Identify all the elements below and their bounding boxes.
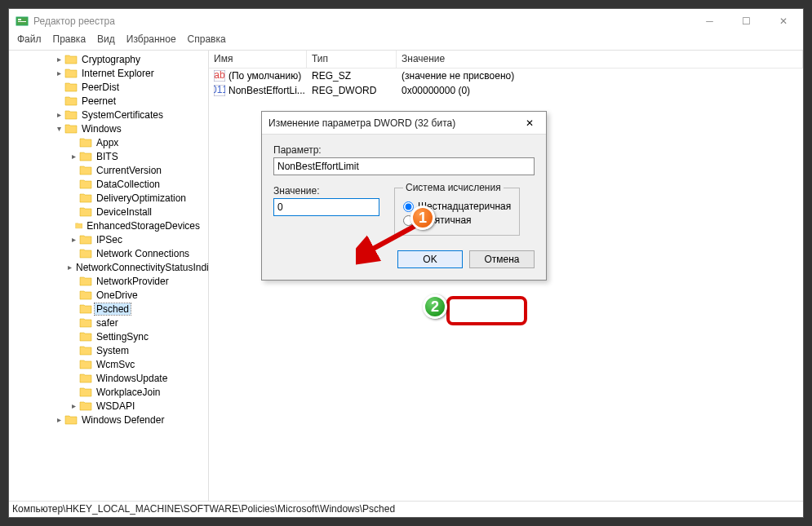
tree-item[interactable]: ▸WSDAPI bbox=[9, 399, 208, 413]
tree-item[interactable]: DeliveryOptimization bbox=[9, 191, 208, 205]
menu-edit[interactable]: Правка bbox=[53, 33, 87, 50]
value-name: NonBestEffortLi... bbox=[229, 85, 305, 96]
expander-icon[interactable]: ▸ bbox=[68, 152, 79, 161]
tree-item[interactable]: NetworkProvider bbox=[9, 274, 208, 288]
tree-item[interactable]: CurrentVersion bbox=[9, 163, 208, 177]
tree-item-label: System bbox=[95, 345, 131, 356]
param-input[interactable] bbox=[273, 157, 535, 175]
value-type-icon: ab bbox=[214, 70, 225, 82]
menu-favorites[interactable]: Избранное bbox=[126, 33, 176, 50]
tree-item[interactable]: Peernet bbox=[9, 94, 208, 108]
tree-item-label: Internet Explorer bbox=[80, 68, 156, 79]
annotation-badge-1: 1 bbox=[410, 206, 435, 230]
minimize-button[interactable]: ─ bbox=[691, 10, 728, 33]
expander-icon[interactable]: ▸ bbox=[68, 263, 72, 272]
window-controls: ─ ☐ ✕ bbox=[691, 10, 801, 33]
tree-item-label: OneDrive bbox=[95, 290, 140, 301]
tree-item[interactable]: ▸SystemCertificates bbox=[9, 108, 208, 122]
tree-item-label: WindowsUpdate bbox=[95, 373, 169, 384]
tree-item-label: safer bbox=[95, 317, 120, 329]
value-row[interactable]: ab(По умолчанию)REG_SZ(значение не присв… bbox=[209, 69, 803, 83]
tree-item[interactable]: safer bbox=[9, 316, 208, 329]
dialog-title: Изменение параметра DWORD (32 бита) bbox=[268, 117, 520, 129]
edit-dword-dialog: Изменение параметра DWORD (32 бита) ✕ Па… bbox=[261, 111, 547, 281]
tree-item[interactable]: Appx bbox=[9, 135, 208, 149]
dialog-close-button[interactable]: ✕ bbox=[520, 117, 539, 129]
tree-item[interactable]: ▾Windows bbox=[9, 122, 208, 135]
maximize-button[interactable]: ☐ bbox=[728, 10, 765, 33]
svg-line-7 bbox=[366, 223, 421, 253]
dialog-titlebar: Изменение параметра DWORD (32 бита) ✕ bbox=[262, 112, 546, 135]
tree-item[interactable]: System bbox=[9, 343, 208, 357]
tree-item-label: DeliveryOptimization bbox=[95, 192, 188, 204]
close-button[interactable]: ✕ bbox=[765, 10, 801, 33]
tree-item-label: SettingSync bbox=[95, 331, 150, 343]
value-data: 0x00000000 (0) bbox=[397, 85, 803, 96]
tree-item[interactable]: Psched bbox=[9, 302, 208, 316]
value-row[interactable]: 011NonBestEffortLi...REG_DWORD0x00000000… bbox=[209, 83, 803, 98]
tree-item[interactable]: ▸Cryptography bbox=[9, 52, 208, 66]
tree-item-label: PeerDist bbox=[80, 82, 121, 93]
content-area: ▸Cryptography▸Internet ExplorerPeerDistP… bbox=[9, 50, 803, 501]
tree-item-label: Network Connections bbox=[95, 248, 191, 259]
tree-item-label: WSDAPI bbox=[95, 400, 136, 412]
tree-item[interactable]: PeerDist bbox=[9, 80, 208, 94]
menu-view[interactable]: Вид bbox=[97, 33, 115, 50]
annotation-badge-2: 2 bbox=[423, 294, 447, 319]
menubar: Файл Правка Вид Избранное Справка bbox=[9, 33, 803, 50]
tree-item-label: SystemCertificates bbox=[80, 109, 165, 121]
svg-rect-1 bbox=[18, 19, 21, 20]
tree-item[interactable]: OneDrive bbox=[9, 288, 208, 302]
tree-item[interactable]: DeviceInstall bbox=[9, 205, 208, 219]
svg-text:011: 011 bbox=[214, 85, 225, 95]
value-name: (По умолчанию) bbox=[229, 70, 301, 82]
expander-icon[interactable]: ▸ bbox=[53, 55, 64, 64]
tree-item-label: Peernet bbox=[80, 95, 118, 107]
tree-item[interactable]: ▸BITS bbox=[9, 149, 208, 163]
app-icon bbox=[16, 15, 29, 28]
tree-item[interactable]: WorkplaceJoin bbox=[9, 385, 208, 399]
expander-icon[interactable]: ▸ bbox=[53, 69, 64, 77]
tree-item[interactable]: WcmSvc bbox=[9, 357, 208, 371]
registry-editor-window: Редактор реестра ─ ☐ ✕ Файл Правка Вид И… bbox=[8, 8, 804, 518]
tree-item-label: Cryptography bbox=[80, 54, 142, 65]
base-legend: Система исчисления bbox=[403, 182, 504, 193]
col-type[interactable]: Тип bbox=[307, 51, 397, 68]
list-rows: ab(По умолчанию)REG_SZ(значение не присв… bbox=[209, 69, 803, 98]
expander-icon[interactable]: ▸ bbox=[53, 415, 64, 424]
tree-item[interactable]: Network Connections bbox=[9, 246, 208, 260]
value-type: REG_SZ bbox=[307, 70, 397, 82]
value-data: (значение не присвоено) bbox=[397, 70, 803, 82]
tree-item-label: DataCollection bbox=[95, 179, 162, 190]
col-value[interactable]: Значение bbox=[397, 51, 803, 68]
expander-icon[interactable]: ▸ bbox=[68, 401, 79, 410]
expander-icon[interactable]: ▸ bbox=[68, 235, 79, 244]
tree-item-label: NetworkProvider bbox=[95, 276, 171, 287]
tree-item-label: Windows bbox=[80, 123, 123, 135]
menu-file[interactable]: Файл bbox=[17, 33, 42, 50]
tree-item-label: Psched bbox=[95, 303, 131, 315]
tree-item[interactable]: EnhancedStorageDevices bbox=[9, 219, 208, 232]
registry-tree: ▸Cryptography▸Internet ExplorerPeerDistP… bbox=[9, 52, 208, 427]
value-label: Значение: bbox=[273, 185, 379, 197]
tree-pane[interactable]: ▸Cryptography▸Internet ExplorerPeerDistP… bbox=[9, 51, 209, 501]
tree-item[interactable]: SettingSync bbox=[9, 329, 208, 343]
tree-item[interactable]: DataCollection bbox=[9, 177, 208, 191]
tree-item[interactable]: ▸Windows Defender bbox=[9, 413, 208, 427]
cancel-button[interactable]: Отмена bbox=[469, 250, 535, 268]
expander-icon[interactable]: ▸ bbox=[53, 110, 64, 119]
tree-item-label: EnhancedStorageDevices bbox=[85, 220, 202, 232]
annotation-ring-ok bbox=[446, 296, 527, 325]
tree-item[interactable]: ▸IPSec bbox=[9, 232, 208, 246]
value-input[interactable] bbox=[273, 198, 379, 216]
col-name[interactable]: Имя bbox=[209, 51, 307, 68]
tree-item[interactable]: WindowsUpdate bbox=[9, 371, 208, 385]
expander-icon[interactable]: ▾ bbox=[53, 124, 64, 133]
tree-item-label: DeviceInstall bbox=[95, 206, 153, 218]
tree-item-label: BITS bbox=[95, 151, 120, 162]
tree-item[interactable]: ▸Internet Explorer bbox=[9, 66, 208, 80]
tree-item[interactable]: ▸NetworkConnectivityStatusIndicator bbox=[9, 260, 208, 274]
tree-item-label: WcmSvc bbox=[95, 359, 136, 370]
menu-help[interactable]: Справка bbox=[188, 33, 226, 50]
tree-item-label: NetworkConnectivityStatusIndicator bbox=[74, 262, 209, 273]
